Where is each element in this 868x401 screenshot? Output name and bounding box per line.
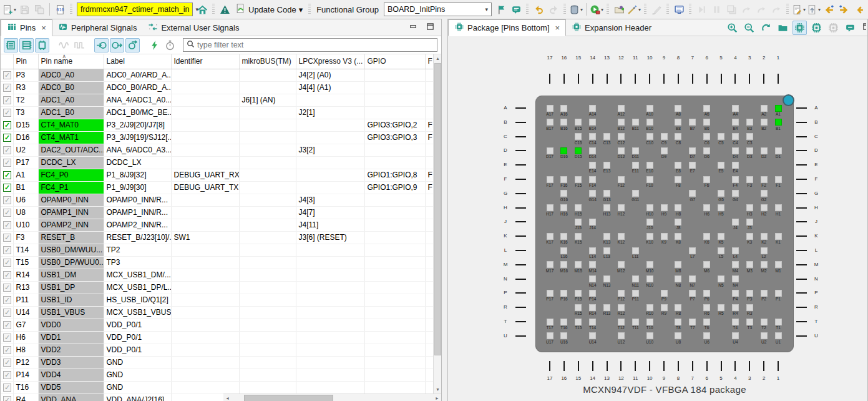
row-checkbox-cell[interactable]: ✓	[1, 169, 13, 181]
package-top-view-icon[interactable]	[809, 21, 824, 35]
cell-identifier[interactable]	[171, 306, 239, 319]
cell-gpio[interactable]	[364, 106, 425, 119]
cell-label[interactable]: VDD_P0/1	[104, 319, 171, 331]
pin-A16[interactable]	[560, 105, 567, 112]
cell-pin[interactable]: R3	[13, 81, 38, 94]
cell-name[interactable]: VDD3	[38, 356, 104, 369]
save-icon[interactable]	[17, 2, 32, 17]
view-pins-table-icon[interactable]	[19, 38, 34, 52]
cell-flexio[interactable]	[425, 244, 433, 256]
row-checkbox-cell[interactable]: ✓	[1, 156, 13, 169]
cell-mikrobus[interactable]	[239, 181, 296, 194]
row-checkbox[interactable]: ✓	[3, 146, 11, 154]
cell-gpio[interactable]	[364, 319, 425, 331]
cell-mikrobus[interactable]	[239, 269, 296, 281]
pin-J3[interactable]	[746, 219, 753, 225]
table-row-U2[interactable]: ✓U2DAC2_OUT/ADC...ANA_6/ADC0_A3...J3[2]	[1, 144, 433, 156]
vertical-scrollbar[interactable]: ▲ ▼	[433, 54, 441, 394]
row-checkbox[interactable]: ✓	[3, 171, 11, 179]
pin-F15[interactable]	[575, 176, 582, 183]
cell-identifier[interactable]: DEBUG_UART_RX	[171, 169, 239, 181]
pin-T14[interactable]	[589, 319, 596, 325]
pin-A10[interactable]	[646, 105, 653, 112]
scroll-left-arrow[interactable]: ◄	[223, 394, 232, 401]
cell-flexio[interactable]	[425, 231, 433, 244]
cell-label[interactable]: TP2	[104, 244, 171, 256]
cell-pin[interactable]: H6	[13, 331, 38, 344]
cell-lpcxpresso[interactable]	[296, 131, 364, 144]
row-checkbox-cell[interactable]: ✓	[1, 181, 13, 194]
pin-U6[interactable]	[703, 332, 710, 339]
pin-K10[interactable]	[646, 233, 653, 240]
cell-label[interactable]: ADC1_B0/MC_BE...	[104, 106, 171, 119]
pin-B7[interactable]	[689, 119, 696, 126]
home-icon[interactable]	[195, 2, 210, 17]
pin-B6[interactable]	[703, 119, 710, 126]
cell-flexio[interactable]	[425, 281, 433, 294]
pin-K12[interactable]	[618, 233, 625, 240]
row-checkbox[interactable]: ✓	[3, 334, 11, 342]
table-row-R14[interactable]: ✓R14USB1_DMMCX_USB1_DM/...	[1, 269, 433, 281]
table-row-P11[interactable]: ✓P11USB1_IDHS_USB_ID/Q1[2]	[1, 294, 433, 306]
cell-lpcxpresso[interactable]	[296, 356, 364, 369]
pin-R15[interactable]	[575, 304, 582, 311]
pin-P16[interactable]	[560, 290, 567, 297]
row-checkbox-cell[interactable]: ✓	[1, 319, 13, 331]
cell-flexio[interactable]	[425, 294, 433, 306]
pin-E13[interactable]	[603, 162, 610, 169]
cell-lpcxpresso[interactable]	[296, 369, 364, 381]
column-header-LPCXpresso V3 (...[interactable]: LPCXpresso V3 (...	[296, 54, 364, 69]
row-checkbox-cell[interactable]: ✓	[1, 369, 13, 381]
show-modified-icon[interactable]	[147, 38, 162, 52]
cell-flexio[interactable]: F	[425, 181, 433, 194]
pin-M1[interactable]	[775, 261, 782, 268]
pin-R9[interactable]	[661, 304, 668, 311]
cell-gpio[interactable]	[364, 81, 425, 94]
pause-icon[interactable]	[709, 2, 724, 17]
pin-D15[interactable]	[575, 147, 582, 154]
cell-lpcxpresso[interactable]: J4[4] (A1)	[296, 81, 364, 94]
pin-L7[interactable]	[689, 247, 696, 254]
cell-label[interactable]: VDD_P0/1	[104, 344, 171, 356]
show-inout-icon[interactable]	[125, 38, 140, 52]
pin-T11[interactable]	[632, 319, 639, 325]
pin-H9[interactable]	[661, 204, 668, 211]
cell-mikrobus[interactable]	[239, 169, 296, 181]
pin-A8[interactable]	[675, 105, 681, 112]
pin-T1[interactable]	[775, 319, 782, 325]
row-checkbox[interactable]: ✓	[3, 209, 11, 217]
cell-lpcxpresso[interactable]: J3[6] (RESET)	[296, 231, 364, 244]
pin-P1[interactable]	[775, 290, 782, 297]
cell-flexio[interactable]	[425, 381, 433, 394]
cell-gpio[interactable]: GPIO1:GPIO,9	[364, 181, 425, 194]
cell-name[interactable]: DAC2_OUT/ADC...	[38, 144, 104, 156]
forward-icon[interactable]	[836, 2, 851, 17]
cell-pin[interactable]: U8	[13, 206, 38, 219]
table-row-H6[interactable]: ✓H6VDD1VDD_P0/1	[1, 331, 433, 344]
pin-E4[interactable]	[732, 162, 739, 169]
cell-mikrobus[interactable]	[239, 294, 296, 306]
pin-F4[interactable]	[732, 176, 739, 183]
vertical-scroll-thumb[interactable]	[434, 63, 441, 355]
pin-B2[interactable]	[761, 119, 768, 126]
show-tooltips-icon[interactable]	[843, 21, 857, 35]
cell-flexio[interactable]	[425, 331, 433, 344]
skip-1-icon[interactable]	[739, 2, 754, 17]
new-configuration-icon[interactable]: ▾	[2, 2, 17, 17]
pin-H15[interactable]	[575, 204, 582, 211]
cell-identifier[interactable]	[171, 131, 239, 144]
pin-B4[interactable]	[732, 119, 739, 126]
cell-pin[interactable]: P17	[13, 156, 38, 169]
cell-label[interactable]: TP3	[104, 256, 171, 269]
pin-R14[interactable]	[589, 304, 596, 311]
pin-T8[interactable]	[675, 319, 681, 325]
pin-F10[interactable]	[646, 176, 653, 183]
row-checkbox-cell[interactable]: ✓	[1, 331, 13, 344]
column-header-Pin[interactable]: Pin	[13, 54, 38, 69]
cell-label[interactable]: P3_3/J9[19]/SJ12[...	[104, 131, 171, 144]
cell-lpcxpresso[interactable]	[296, 344, 364, 356]
pin-H3[interactable]	[746, 204, 753, 211]
pin-D16[interactable]	[560, 147, 567, 154]
cell-identifier[interactable]	[171, 156, 239, 169]
pin-C6[interactable]	[703, 133, 710, 140]
